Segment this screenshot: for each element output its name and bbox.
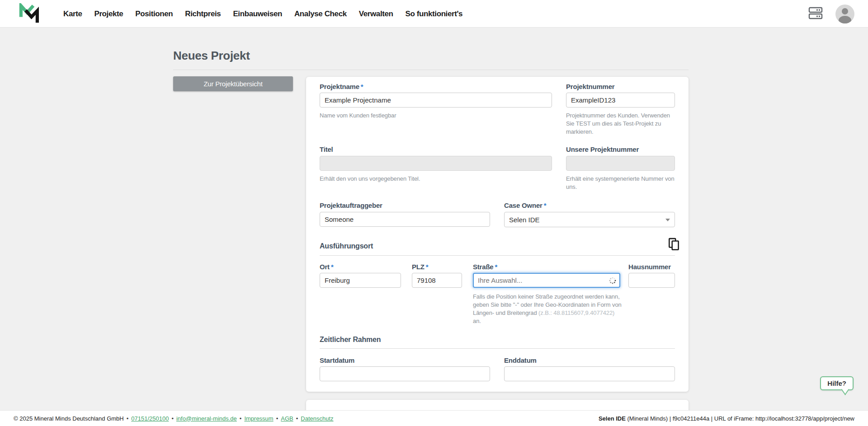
footer-link-datenschutz[interactable]: Datenschutz <box>301 415 333 422</box>
footer: © 2025 Mineral Minds Deutschland GmbH • … <box>0 410 868 426</box>
required-asterisk: * <box>361 83 363 90</box>
footer-copyright: © 2025 Mineral Minds Deutschland GmbH <box>14 415 124 422</box>
ort-label: Ort* <box>320 263 334 271</box>
startdatum-label: Startdatum <box>320 356 354 364</box>
nav-item-analyse-check[interactable]: Analyse Check <box>294 9 347 19</box>
footer-link-agb[interactable]: AGB <box>281 415 293 422</box>
projektnummer-input[interactable] <box>566 93 675 108</box>
section-zeitlicher-rahmen: Zeitlicher Rahmen <box>320 336 381 344</box>
page-title: Neues Projekt <box>173 47 689 64</box>
required-asterisk: * <box>426 263 429 271</box>
nav-item-so-funktionierts[interactable]: So funktioniert's <box>406 9 463 19</box>
footer-link-email[interactable]: info@mineral-minds.de <box>176 415 237 422</box>
projektnummer-label: Projektnummer <box>566 83 614 90</box>
enddatum-label: Enddatum <box>504 356 537 364</box>
footer-link-impressum[interactable]: Impressum <box>244 415 273 422</box>
help-button[interactable]: Hilfe? <box>820 376 854 390</box>
projektname-input[interactable] <box>320 93 552 108</box>
server-icon[interactable] <box>808 7 823 21</box>
startdatum-input[interactable] <box>320 366 490 381</box>
back-to-project-overview-button[interactable]: Zur Projektübersicht <box>173 76 293 91</box>
topbar-right <box>808 0 854 28</box>
mineral-minds-logo-icon[interactable] <box>18 3 40 25</box>
main-nav: Karte Projekte Positionen Richtpreis Ein… <box>63 0 462 28</box>
nav-item-richtpreis[interactable]: Richtpreis <box>185 9 221 19</box>
ort-input[interactable] <box>320 273 401 288</box>
unsere-projektnummer-label: Unsere Projektnummer <box>566 145 639 153</box>
projektname-label: Projektname* <box>320 83 363 90</box>
hausnummer-input[interactable] <box>628 273 675 288</box>
case-owner-label: Case Owner* <box>504 201 546 209</box>
loading-spinner-icon <box>609 277 616 286</box>
nav-item-karte[interactable]: Karte <box>63 9 82 19</box>
required-asterisk: * <box>331 263 334 271</box>
title-divider <box>173 70 689 70</box>
projektauftraggeber-label: Projektauftraggeber <box>320 201 382 209</box>
titel-label: Titel <box>320 145 333 153</box>
strasse-helper: Falls die Position keiner Straße zugeord… <box>473 293 624 325</box>
nav-item-einbauweisen[interactable]: Einbauweisen <box>233 9 282 19</box>
enddatum-input[interactable] <box>504 366 675 381</box>
footer-link-phone[interactable]: 07151/250100 <box>131 415 169 422</box>
nav-item-verwalten[interactable]: Verwalten <box>359 9 393 19</box>
hausnummer-label: Hausnummer <box>628 263 671 271</box>
plz-label: PLZ* <box>412 263 428 271</box>
top-navigation-bar: Karte Projekte Positionen Richtpreis Ein… <box>0 0 868 28</box>
section-ausfuehrungsort: Ausführungsort <box>320 242 373 250</box>
main-content: Neues Projekt Zur Projektübersicht Proje… <box>0 28 868 410</box>
plz-input[interactable] <box>412 273 462 288</box>
case-owner-selected-value: Selen IDE <box>509 216 540 224</box>
required-asterisk: * <box>495 263 498 271</box>
unsere-projektnummer-input <box>566 156 675 171</box>
footer-session-info: Selen IDE (Mineral Minds) | f9c04211e44a… <box>599 415 854 422</box>
nav-item-projekte[interactable]: Projekte <box>94 9 123 19</box>
user-avatar-icon[interactable] <box>835 5 854 23</box>
projektname-helper: Name vom Kunden festlegbar <box>320 112 555 120</box>
projektnummer-helper: Projektnummer des Kunden. Verwenden Sie … <box>566 112 677 136</box>
section-divider <box>320 348 675 349</box>
case-owner-select[interactable]: Selen IDE <box>504 212 675 227</box>
projektauftraggeber-input[interactable] <box>320 212 490 227</box>
section-divider <box>320 255 675 256</box>
titel-input <box>320 156 552 171</box>
strasse-input[interactable] <box>473 273 620 288</box>
strasse-helper-example: (z.B.: 48.8115607,9.4077422) <box>538 309 614 316</box>
copy-icon[interactable] <box>667 238 681 252</box>
nav-item-positionen[interactable]: Positionen <box>135 9 173 19</box>
titel-helper: Erhält den von uns vorgegebenen Titel. <box>320 175 555 183</box>
new-project-form-card: Projektname* Name vom Kunden festlegbar … <box>306 77 689 392</box>
next-form-card-partial <box>306 400 689 410</box>
required-asterisk: * <box>544 201 547 209</box>
unsere-projektnummer-helper: Erhält eine systemgenerierte Nummer von … <box>566 175 677 191</box>
footer-session-user: Selen IDE <box>599 415 626 422</box>
page-header: Neues Projekt <box>173 47 689 70</box>
chevron-down-icon <box>665 219 670 221</box>
footer-left: © 2025 Mineral Minds Deutschland GmbH • … <box>14 415 334 422</box>
strasse-label: Straße* <box>473 263 497 271</box>
strasse-field-wrap <box>473 273 620 288</box>
